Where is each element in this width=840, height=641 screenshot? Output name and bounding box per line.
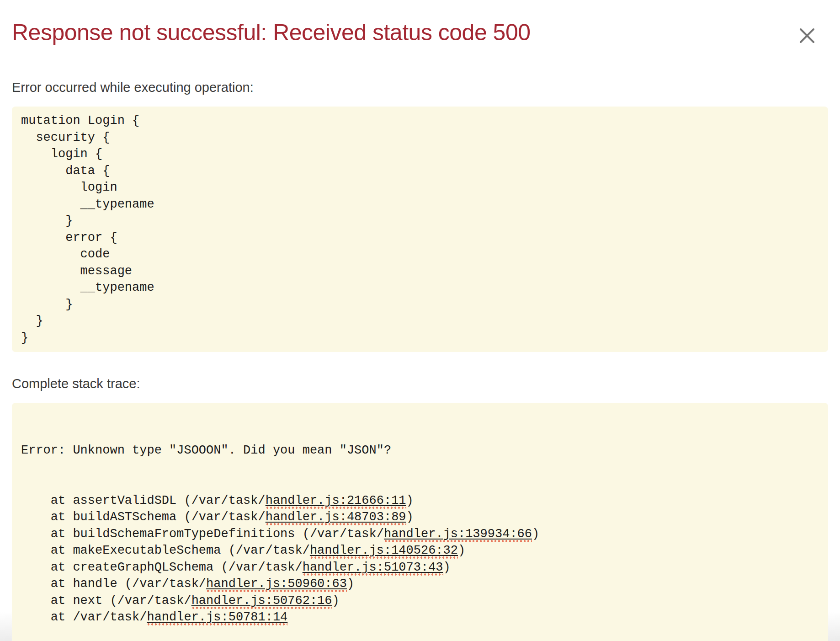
stack-frame-suffix: )	[443, 561, 451, 574]
stack-frame-prefix: at assertValidSDL (/var/task/	[21, 494, 266, 507]
stack-frame: at createGraphQLSchema (/var/task/handle…	[21, 559, 819, 576]
stack-frame-prefix: at buildSchemaFromTypeDefinitions (/var/…	[21, 527, 384, 541]
stack-frame: at makeExecutableSchema (/var/task/handl…	[21, 542, 819, 559]
stack-file-link[interactable]: handler.js:51073:43	[303, 561, 443, 576]
stack-frame-suffix: )	[332, 594, 340, 608]
stack-file-link[interactable]: handler.js:50762:16	[191, 594, 332, 609]
stack-frame-suffix: )	[458, 544, 465, 557]
stack-frame-prefix: at handle (/var/task/	[21, 577, 206, 591]
stacktrace-frames: at assertValidSDL (/var/task/handler.js:…	[21, 492, 819, 626]
stacktrace-section-heading: Complete stack trace:	[12, 375, 828, 392]
stack-file-link[interactable]: handler.js:50781:14	[147, 610, 287, 625]
stack-frame: at buildSchemaFromTypeDefinitions (/var/…	[21, 526, 819, 543]
error-dialog-title: Response not successful: Received status…	[12, 19, 828, 46]
stack-frame-suffix: )	[406, 494, 414, 507]
stack-frame-suffix: )	[406, 510, 414, 524]
operation-code-block: mutation Login { security { login { data…	[12, 107, 828, 352]
close-button[interactable]	[798, 27, 816, 45]
stack-frame: at /var/task/handler.js:50781:14	[21, 609, 819, 626]
stack-frame-prefix: at next (/var/task/	[21, 594, 191, 608]
stack-file-link[interactable]: handler.js:140526:32	[310, 544, 458, 559]
stack-frame: at buildASTSchema (/var/task/handler.js:…	[21, 509, 819, 526]
stack-frame-prefix: at makeExecutableSchema (/var/task/	[21, 544, 310, 557]
stack-file-link[interactable]: handler.js:48703:89	[266, 510, 406, 525]
operation-section-heading: Error occurred while executing operation…	[12, 79, 828, 96]
stack-file-link[interactable]: handler.js:50960:63	[206, 577, 347, 592]
stacktrace-code-block: Error: Unknown type "JSOOON". Did you me…	[12, 403, 828, 641]
stack-frame-prefix: at /var/task/	[21, 610, 147, 624]
stack-frame-prefix: at createGraphQLSchema (/var/task/	[21, 561, 303, 574]
stacktrace-error-line: Error: Unknown type "JSOOON". Did you me…	[21, 442, 819, 459]
stack-frame: at assertValidSDL (/var/task/handler.js:…	[21, 492, 819, 509]
stack-file-link[interactable]: handler.js:21666:11	[266, 494, 406, 509]
stack-frame: at handle (/var/task/handler.js:50960:63…	[21, 576, 819, 593]
stack-frame-prefix: at buildASTSchema (/var/task/	[21, 510, 266, 524]
stack-frame: at next (/var/task/handler.js:50762:16)	[21, 593, 819, 609]
stack-frame-suffix: )	[532, 527, 539, 541]
stack-file-link[interactable]: handler.js:139934:66	[384, 527, 532, 542]
error-overlay: Response not successful: Received status…	[0, 19, 840, 641]
close-icon	[798, 27, 816, 45]
stack-frame-suffix: )	[347, 577, 354, 591]
